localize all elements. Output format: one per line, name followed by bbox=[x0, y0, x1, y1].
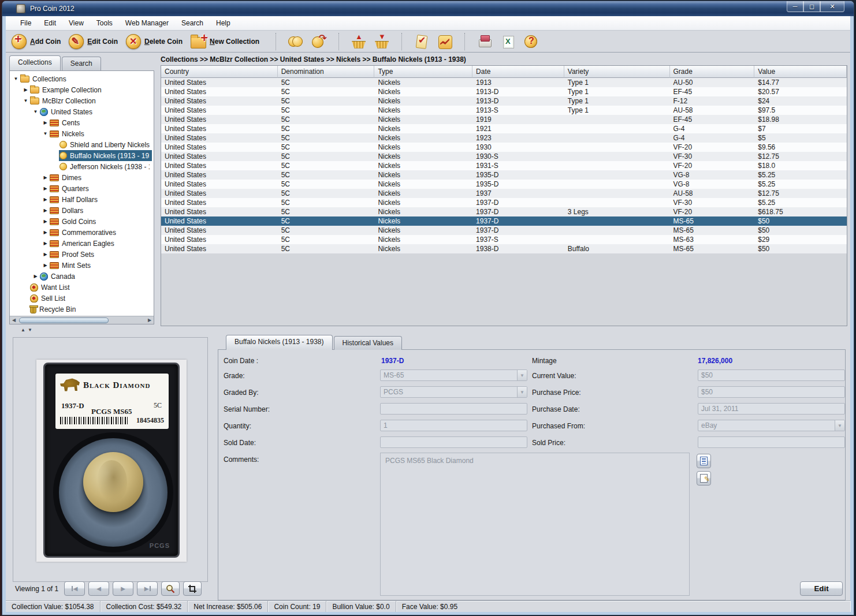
tree-item-example-collection[interactable]: ▶Example Collection bbox=[10, 84, 152, 95]
grade-combobox[interactable]: MS-65 ▼ bbox=[380, 369, 527, 381]
tree-item-half-dollars[interactable]: ▶Half Dollars bbox=[10, 194, 152, 205]
quantity-field[interactable]: 1 bbox=[380, 420, 527, 431]
column-header-grade[interactable]: Grade bbox=[670, 66, 755, 78]
crop-image-button[interactable] bbox=[183, 581, 202, 596]
splitter-collapse-icons[interactable]: ▲▼ bbox=[21, 327, 35, 333]
edit-notes-button[interactable] bbox=[697, 471, 711, 486]
collapse-arrow-icon[interactable]: ▼ bbox=[22, 98, 29, 103]
tree-item-dollars[interactable]: ▶Dollars bbox=[10, 205, 152, 216]
tree-item-united-states[interactable]: ▼United States bbox=[10, 106, 152, 117]
tree-item-want-list[interactable]: Want List bbox=[10, 282, 152, 293]
table-row[interactable]: United States5CNickels1919EF-45$18.98 bbox=[161, 115, 847, 124]
scroll-left-icon[interactable]: ◀ bbox=[10, 318, 18, 323]
duplicate-coin-button[interactable] bbox=[286, 32, 305, 51]
tree-item-shield-and-liberty-nickels[interactable]: Shield and Liberty Nickels bbox=[10, 139, 152, 150]
new-collection-button[interactable]: New Collection bbox=[191, 35, 259, 48]
table-row[interactable]: United States5CNickels1937-D3 LegsVF-20$… bbox=[161, 207, 847, 216]
sold-price-field[interactable] bbox=[698, 436, 845, 448]
tree-item-collections[interactable]: ▼Collections bbox=[10, 73, 152, 84]
menu-search[interactable]: Search bbox=[175, 17, 210, 29]
print-button[interactable] bbox=[475, 32, 494, 51]
table-row[interactable]: United States5CNickels1938-DBuffaloMS-65… bbox=[161, 244, 847, 253]
scrollbar-thumb[interactable] bbox=[19, 318, 109, 323]
sold-date-field[interactable] bbox=[380, 436, 527, 448]
expand-arrow-icon[interactable]: ▶ bbox=[42, 208, 49, 213]
table-row[interactable]: United States5CNickels1923G-4$5 bbox=[161, 133, 847, 143]
expand-arrow-icon[interactable]: ▶ bbox=[42, 120, 49, 125]
table-row[interactable]: United States5CNickels1935-DVG-8$5.25 bbox=[161, 170, 847, 180]
previous-image-button[interactable]: ◀ bbox=[88, 581, 109, 596]
edit-button[interactable]: Edit bbox=[800, 581, 843, 596]
table-row[interactable]: United States5CNickels1921G-4$7 bbox=[161, 124, 847, 133]
tree-item-proof-sets[interactable]: ▶Proof Sets bbox=[10, 249, 152, 260]
current-value-field[interactable]: $50 bbox=[698, 369, 845, 381]
tree-item-sell-list[interactable]: Sell List bbox=[10, 293, 152, 304]
title-bar[interactable]: Pro Coin 2012 ─ ◻ ✕ bbox=[2, 1, 854, 16]
collapse-arrow-icon[interactable]: ▼ bbox=[42, 131, 49, 136]
minimize-button[interactable]: ─ bbox=[787, 1, 803, 12]
scroll-right-icon[interactable]: ▶ bbox=[146, 318, 154, 323]
expand-arrow-icon[interactable]: ▶ bbox=[42, 263, 49, 268]
tab-historical-values[interactable]: Historical Values bbox=[334, 336, 402, 350]
collapse-arrow-icon[interactable]: ▼ bbox=[12, 76, 20, 81]
tree-item-cents[interactable]: ▶Cents bbox=[10, 117, 152, 128]
menu-file[interactable]: File bbox=[14, 17, 38, 29]
add-coin-button[interactable]: Add Coin bbox=[12, 34, 61, 49]
column-header-value[interactable]: Value bbox=[754, 66, 847, 78]
last-image-button[interactable]: ▶ bbox=[137, 581, 158, 596]
table-row[interactable]: United States5CNickels1913-DType 1EF-45$… bbox=[161, 87, 847, 96]
zoom-image-button[interactable] bbox=[161, 581, 180, 596]
transfer-coin-button[interactable] bbox=[310, 32, 328, 51]
purchased-from-combobox[interactable]: eBay ▼ bbox=[698, 420, 845, 431]
tree-item-gold-coins[interactable]: ▶Gold Coins bbox=[10, 216, 152, 227]
tree-horizontal-scrollbar[interactable]: ◀ ▶ bbox=[10, 316, 154, 324]
tree-item-dimes[interactable]: ▶Dimes bbox=[10, 172, 152, 183]
tree-item-recycle-bin[interactable]: Recycle Bin bbox=[10, 304, 152, 315]
table-row[interactable]: United States5CNickels1931-SVF-20$18.0 bbox=[161, 161, 847, 170]
purchase-date-field[interactable]: Jul 31, 2011 bbox=[698, 403, 845, 415]
menu-help[interactable]: Help bbox=[210, 17, 237, 29]
tab-search[interactable]: Search bbox=[62, 57, 101, 70]
graded-by-combobox[interactable]: PCGS ▼ bbox=[380, 386, 527, 398]
table-row[interactable]: United States5CNickels1937-DVF-30$5.25 bbox=[161, 198, 847, 207]
tree-item-jefferson-nickels-1938-1964[interactable]: Jefferson Nickels (1938 - 1964) bbox=[10, 161, 152, 172]
tree-item-commemoratives[interactable]: ▶Commemoratives bbox=[10, 227, 152, 238]
expand-arrow-icon[interactable]: ▶ bbox=[42, 241, 49, 246]
tree-item-mcblzr-collection[interactable]: ▼McBlzr Collection bbox=[10, 95, 152, 106]
table-row[interactable]: United States5CNickels1913Type 1AU-50$14… bbox=[161, 78, 847, 87]
chart-button[interactable] bbox=[436, 32, 454, 51]
expand-arrow-icon[interactable]: ▶ bbox=[42, 252, 49, 257]
basket-up-button[interactable] bbox=[349, 32, 368, 51]
basket-down-button[interactable] bbox=[373, 32, 391, 51]
restore-button[interactable]: ◻ bbox=[803, 1, 820, 12]
expand-arrow-icon[interactable]: ▶ bbox=[42, 175, 49, 180]
table-row[interactable]: United States5CNickels1937-DMS-65$50 bbox=[161, 226, 847, 235]
menu-view[interactable]: View bbox=[62, 17, 90, 29]
table-row[interactable]: United States5CNickels1913-DType 1F-12$2… bbox=[161, 96, 847, 106]
column-header-date[interactable]: Date bbox=[472, 66, 564, 78]
table-row[interactable]: United States5CNickels1937AU-58$12.75 bbox=[161, 189, 847, 198]
first-image-button[interactable]: ◀ bbox=[64, 581, 85, 596]
expand-arrow-icon[interactable]: ▶ bbox=[22, 87, 29, 92]
menu-tools[interactable]: Tools bbox=[90, 17, 119, 29]
tree-item-nickels[interactable]: ▼Nickels bbox=[10, 128, 152, 139]
tree-item-canada[interactable]: ▶Canada bbox=[10, 271, 152, 282]
expand-arrow-icon[interactable]: ▶ bbox=[42, 230, 49, 235]
edit-coin-button[interactable]: Edit Coin bbox=[69, 34, 118, 49]
column-header-variety[interactable]: Variety bbox=[564, 66, 670, 78]
tree-item-quarters[interactable]: ▶Quarters bbox=[10, 183, 152, 194]
close-button[interactable]: ✕ bbox=[820, 1, 844, 12]
horizontal-splitter[interactable]: ▲▼ bbox=[6, 326, 850, 334]
table-row[interactable]: United States5CNickels1930-SVF-30$12.75 bbox=[161, 152, 847, 161]
purchase-price-field[interactable]: $50 bbox=[698, 386, 845, 398]
tab-buffalo-nickels[interactable]: Buffalo Nickels (1913 - 1938) bbox=[226, 335, 333, 350]
tab-collections[interactable]: Collections bbox=[9, 55, 61, 70]
help-button[interactable] bbox=[522, 32, 540, 51]
tree-item-mint-sets[interactable]: ▶Mint Sets bbox=[10, 260, 152, 271]
table-row[interactable]: United States5CNickels1937-DMS-65$50 bbox=[161, 216, 847, 226]
table-row[interactable]: United States5CNickels1913-SType 1AU-58$… bbox=[161, 106, 847, 115]
expand-arrow-icon[interactable]: ▶ bbox=[42, 186, 49, 191]
table-row[interactable]: United States5CNickels1930VF-20$9.56 bbox=[161, 143, 847, 152]
column-header-type[interactable]: Type bbox=[374, 66, 472, 78]
scrollbar-track[interactable] bbox=[18, 317, 146, 324]
